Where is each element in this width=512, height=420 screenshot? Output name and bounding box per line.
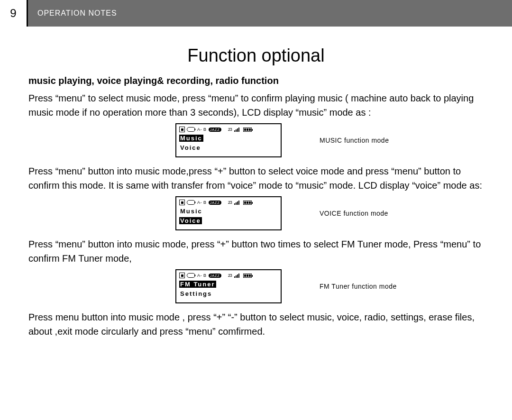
stop-icon — [179, 273, 185, 278]
signal-icon — [234, 201, 239, 205]
eq-badge: JAZZ — [209, 201, 221, 205]
lcd-display-voice: A- B JAZZ 23 Music Voice — [175, 196, 282, 230]
loop-icon — [187, 273, 195, 278]
page-content: Function optional music playing, voice p… — [0, 27, 512, 338]
track-number: 23 — [228, 273, 232, 278]
subheading: music playing, voice playing& recording,… — [28, 75, 484, 86]
menu-item-music: Music — [179, 135, 203, 142]
page-title: Function optional — [28, 46, 484, 66]
loop-icon — [187, 127, 195, 132]
page-number: 9 — [0, 0, 27, 27]
menu-item-settings: Settings — [179, 290, 213, 297]
menu-item-voice: Voice — [179, 144, 202, 151]
paragraph-4: Press menu button into music mode , pres… — [28, 310, 484, 338]
section-title: OPERATION NOTES — [28, 0, 512, 27]
battery-icon — [243, 128, 252, 132]
eq-badge: JAZZ — [209, 128, 221, 132]
paragraph-3: Press “menu” button into music mode, pre… — [28, 237, 484, 265]
paragraph-2: Press “menu” button into music mode,pres… — [28, 164, 484, 192]
stop-icon — [179, 200, 185, 205]
lcd-row-1: A- B JAZZ 23 Music Voice MUSIC function … — [28, 123, 484, 157]
lcd-caption-2: VOICE function mode — [320, 210, 388, 217]
lcd-caption-3: FM Tuner function mode — [320, 283, 397, 290]
menu-item-fm-tuner: FM Tuner — [179, 281, 216, 288]
track-number: 23 — [228, 127, 232, 132]
page-header: 9 OPERATION NOTES — [0, 0, 512, 27]
lcd-display-music: A- B JAZZ 23 Music Voice — [175, 123, 282, 157]
lcd-row-2: A- B JAZZ 23 Music Voice VOICE function … — [28, 196, 484, 230]
battery-icon — [243, 201, 252, 205]
ab-label: A- B — [197, 200, 207, 205]
menu-item-music: Music — [179, 208, 203, 215]
signal-icon — [234, 128, 239, 132]
track-number: 23 — [228, 200, 232, 205]
battery-icon — [243, 274, 252, 278]
menu-item-voice: Voice — [179, 217, 202, 224]
lcd-caption-1: MUSIC function mode — [320, 137, 389, 144]
signal-icon — [234, 274, 239, 278]
ab-label: A- B — [197, 273, 207, 278]
loop-icon — [187, 200, 195, 205]
ab-label: A- B — [197, 127, 207, 132]
lcd-display-fm: A- B JAZZ 23 FM Tuner Settings — [175, 269, 282, 303]
paragraph-1: Press “menu” to select music mode, press… — [28, 91, 484, 119]
stop-icon — [179, 127, 185, 132]
lcd-row-3: A- B JAZZ 23 FM Tuner Settings FM Tuner … — [28, 269, 484, 303]
eq-badge: JAZZ — [209, 274, 221, 278]
